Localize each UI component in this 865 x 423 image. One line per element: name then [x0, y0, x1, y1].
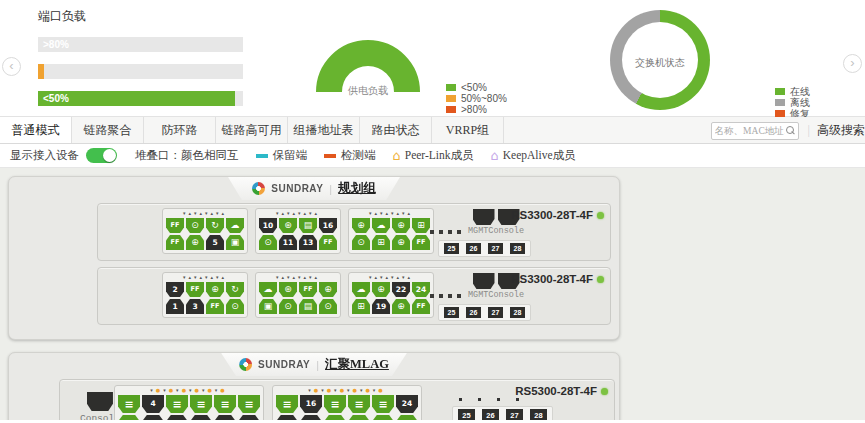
- port[interactable]: ≡: [214, 395, 236, 413]
- uplink-port[interactable]: 25: [458, 409, 475, 420]
- uplink-port[interactable]: 28: [510, 307, 525, 318]
- port[interactable]: ▤: [299, 299, 317, 314]
- port[interactable]: FF: [412, 299, 430, 314]
- port[interactable]: ▤: [299, 218, 317, 233]
- port[interactable]: ☁: [259, 282, 277, 297]
- port[interactable]: 16: [319, 218, 337, 233]
- show-access-devices-toggle[interactable]: [86, 148, 117, 163]
- tab-7[interactable]: VRRP组: [432, 117, 504, 143]
- tab-2[interactable]: 链路聚合: [72, 117, 144, 143]
- port[interactable]: 3: [186, 299, 204, 314]
- port[interactable]: ▣: [226, 235, 244, 250]
- port[interactable]: 24: [412, 282, 430, 297]
- port[interactable]: 15: [300, 415, 322, 420]
- port[interactable]: ≡: [348, 415, 370, 420]
- port[interactable]: ≡: [372, 415, 394, 420]
- port[interactable]: ↻: [206, 218, 224, 233]
- uplink-port[interactable]: 28: [530, 409, 547, 420]
- port[interactable]: ≡: [118, 415, 140, 420]
- port[interactable]: ⊕: [206, 282, 224, 297]
- port[interactable]: ⊕: [392, 235, 410, 250]
- port[interactable]: ≡: [166, 395, 188, 413]
- port[interactable]: ☁: [352, 282, 370, 297]
- uplink-port[interactable]: 26: [466, 243, 481, 254]
- port[interactable]: ⊙: [259, 235, 277, 250]
- port[interactable]: ☁: [226, 218, 244, 233]
- port[interactable]: ≡: [118, 395, 140, 413]
- port[interactable]: ≡: [238, 395, 260, 413]
- port[interactable]: FF: [412, 235, 430, 250]
- uplink-port[interactable]: 28: [510, 243, 525, 254]
- uplink-port[interactable]: 27: [488, 243, 503, 254]
- port[interactable]: FF: [206, 299, 224, 314]
- uplink-port[interactable]: 26: [482, 409, 499, 420]
- port[interactable]: FF: [299, 282, 317, 297]
- port[interactable]: ⊕: [186, 235, 204, 250]
- port[interactable]: 11: [238, 415, 260, 420]
- port[interactable]: ⊕: [372, 282, 390, 297]
- tab-1[interactable]: 普通模式: [0, 117, 72, 143]
- port[interactable]: ≡: [276, 395, 298, 413]
- advanced-search-link[interactable]: 高级搜索: [817, 122, 865, 139]
- search-input[interactable]: [715, 124, 785, 138]
- tab-5[interactable]: 组播地址表: [288, 117, 360, 143]
- uplink-port[interactable]: 27: [506, 409, 523, 420]
- port[interactable]: ⊙: [279, 299, 297, 314]
- search-icon[interactable]: [786, 126, 794, 134]
- group-name-link[interactable]: 规划组: [338, 180, 376, 197]
- port[interactable]: ↻: [226, 282, 244, 297]
- port[interactable]: ≡: [348, 395, 370, 413]
- port[interactable]: ≡: [396, 415, 418, 420]
- port[interactable]: ⊕: [392, 299, 410, 314]
- port[interactable]: 7: [190, 415, 212, 420]
- port[interactable]: 13: [276, 415, 298, 420]
- port[interactable]: 5: [166, 415, 188, 420]
- port[interactable]: 4: [142, 395, 164, 413]
- port[interactable]: ⊕: [392, 218, 410, 233]
- port[interactable]: ⊞: [352, 299, 370, 314]
- port[interactable]: ⊞: [372, 235, 390, 250]
- port[interactable]: 10: [259, 218, 277, 233]
- port[interactable]: 24: [396, 395, 418, 413]
- uplink-port[interactable]: 26: [466, 307, 481, 318]
- port[interactable]: 1: [166, 299, 184, 314]
- port[interactable]: 5: [206, 235, 224, 250]
- port[interactable]: 9: [214, 415, 236, 420]
- tab-3[interactable]: 防环路: [144, 117, 216, 143]
- tab-6[interactable]: 路由状态: [360, 117, 432, 143]
- uplink-port[interactable]: 25: [444, 243, 459, 254]
- port[interactable]: ≡: [372, 395, 394, 413]
- port[interactable]: ⊕: [352, 218, 370, 233]
- mgmt-jack-icon[interactable]: [473, 209, 495, 225]
- group-tab[interactable]: SUNDRAY|规划组: [228, 177, 400, 200]
- port[interactable]: ⊛: [279, 218, 297, 233]
- carousel-prev-button[interactable]: ‹: [2, 57, 21, 76]
- port[interactable]: 11: [279, 235, 297, 250]
- port[interactable]: ⊙: [186, 218, 204, 233]
- port[interactable]: ⊙: [226, 299, 244, 314]
- uplink-port[interactable]: 27: [488, 307, 503, 318]
- port[interactable]: ⊞: [412, 218, 430, 233]
- port[interactable]: FF: [166, 218, 184, 233]
- port[interactable]: 16: [300, 395, 322, 413]
- port[interactable]: ▣: [259, 299, 277, 314]
- port[interactable]: 3: [142, 415, 164, 420]
- port[interactable]: ≡: [190, 395, 212, 413]
- port[interactable]: ☁: [372, 218, 390, 233]
- tab-4[interactable]: 链路高可用: [216, 117, 288, 143]
- port[interactable]: FF: [319, 235, 337, 250]
- carousel-next-button[interactable]: ›: [843, 54, 862, 73]
- port[interactable]: 19: [372, 299, 390, 314]
- port[interactable]: ≡: [324, 395, 346, 413]
- port[interactable]: FF: [166, 235, 184, 250]
- uplink-port[interactable]: 25: [444, 307, 459, 318]
- port[interactable]: ⊛: [279, 282, 297, 297]
- port[interactable]: ≡: [324, 415, 346, 420]
- group-name-link[interactable]: 汇聚MLAG: [325, 356, 389, 373]
- port[interactable]: 2: [166, 282, 184, 297]
- port[interactable]: ⊙: [319, 299, 337, 314]
- port[interactable]: FF: [186, 282, 204, 297]
- port[interactable]: ⊕: [319, 282, 337, 297]
- port[interactable]: 13: [299, 235, 317, 250]
- port[interactable]: ⊙: [352, 235, 370, 250]
